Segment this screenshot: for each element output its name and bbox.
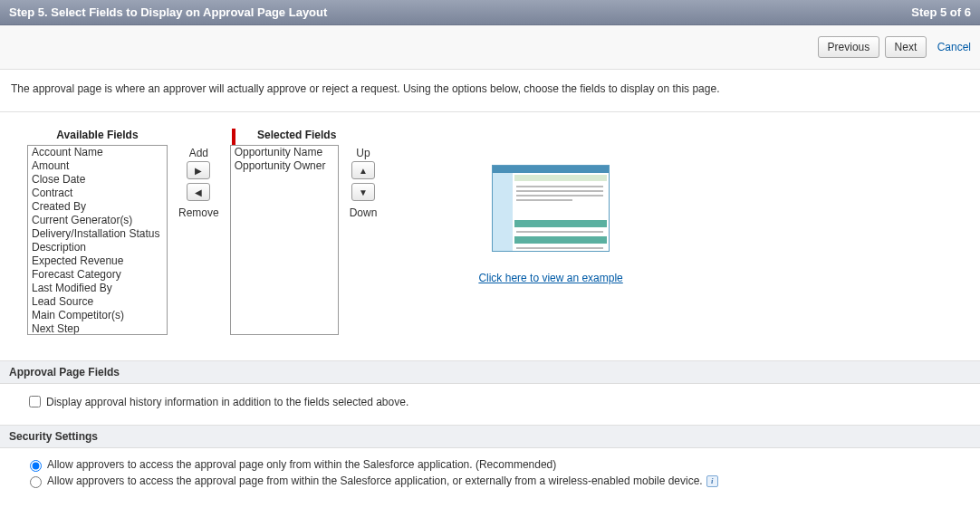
available-field-item[interactable]: Account Name: [28, 146, 167, 159]
selected-fields-title: Selected Fields: [235, 129, 336, 141]
move-up-button[interactable]: ▲: [351, 161, 375, 179]
display-history-checkbox[interactable]: [29, 396, 41, 407]
available-fields-column: Available Fields Account NameAmountClose…: [27, 129, 168, 335]
example-column: Click here to view an example: [478, 129, 622, 284]
available-field-item[interactable]: Amount: [28, 159, 167, 173]
remove-label: Remove: [178, 206, 219, 219]
available-field-item[interactable]: Current Generator(s): [28, 214, 167, 227]
cancel-link[interactable]: Cancel: [937, 41, 971, 53]
selected-fields-column: Selected Fields Opportunity NameOpportun…: [230, 129, 339, 335]
security-external-label[interactable]: Allow approvers to access the approval p…: [47, 474, 703, 487]
selected-field-item[interactable]: Opportunity Owner: [231, 159, 338, 173]
approval-page-fields-header: Approval Page Fields: [0, 361, 980, 384]
security-external-radio[interactable]: [30, 476, 42, 488]
available-fields-title: Available Fields: [56, 129, 138, 141]
help-description: The approval page is where an approver w…: [0, 70, 980, 112]
available-field-item[interactable]: Contract: [28, 187, 167, 200]
available-field-item[interactable]: Expected Revenue: [28, 254, 167, 268]
available-field-item[interactable]: Main Competitor(s): [28, 309, 167, 322]
previous-button[interactable]: Previous: [818, 36, 880, 58]
wizard-header: Step 5. Select Fields to Display on Appr…: [0, 0, 980, 25]
security-external-row: Allow approvers to access the approval p…: [25, 474, 969, 488]
add-button[interactable]: ▶: [187, 161, 210, 179]
selected-fields-listbox[interactable]: Opportunity NameOpportunity Owner: [230, 145, 339, 335]
approval-page-fields-body: Display approval history information in …: [0, 384, 980, 426]
security-settings-header: Security Settings: [0, 426, 980, 448]
arrow-right-icon: ▶: [195, 166, 202, 176]
move-down-button[interactable]: ▼: [351, 183, 375, 201]
available-field-item[interactable]: Created By: [28, 200, 167, 214]
available-field-item[interactable]: Description: [28, 241, 167, 254]
remove-button[interactable]: ◀: [187, 183, 210, 201]
field-picker-section: Available Fields Account NameAmountClose…: [0, 112, 980, 361]
info-icon[interactable]: i: [706, 475, 718, 487]
arrow-left-icon: ◀: [195, 187, 202, 197]
security-internal-row: Allow approvers to access the approval p…: [25, 457, 969, 472]
selected-field-item[interactable]: Opportunity Name: [231, 146, 338, 159]
available-field-item[interactable]: Next Step: [28, 322, 167, 335]
down-label: Down: [350, 206, 378, 219]
add-label: Add: [189, 147, 208, 159]
wizard-step-indicator: Step 5 of 6: [911, 5, 971, 19]
available-field-item[interactable]: Last Modified By: [28, 282, 167, 295]
button-bar: Previous Next Cancel: [0, 25, 980, 70]
available-field-item[interactable]: Lead Source: [28, 295, 167, 309]
up-label: Up: [356, 147, 370, 159]
security-settings-body: Allow approvers to access the approval p…: [0, 448, 980, 503]
available-fields-listbox[interactable]: Account NameAmountClose DateContractCrea…: [27, 145, 168, 335]
next-button[interactable]: Next: [885, 36, 927, 58]
wizard-title: Step 5. Select Fields to Display on Appr…: [9, 5, 327, 19]
view-example-link[interactable]: Click here to view an example: [478, 272, 622, 284]
available-field-item[interactable]: Forecast Category: [28, 268, 167, 282]
available-field-item[interactable]: Delivery/Installation Status: [28, 227, 167, 241]
display-history-label[interactable]: Display approval history information in …: [46, 396, 408, 408]
up-down-controls: Up ▲ ▼ Down: [339, 147, 389, 219]
add-remove-controls: Add ▶ ◀ Remove: [168, 147, 230, 219]
security-internal-radio[interactable]: [30, 460, 42, 472]
available-field-item[interactable]: Close Date: [28, 173, 167, 187]
example-thumbnail[interactable]: [492, 165, 610, 252]
arrow-up-icon: ▲: [359, 166, 368, 176]
security-internal-label[interactable]: Allow approvers to access the approval p…: [47, 458, 556, 471]
display-history-row: Display approval history information in …: [25, 393, 969, 410]
arrow-down-icon: ▼: [359, 187, 368, 197]
